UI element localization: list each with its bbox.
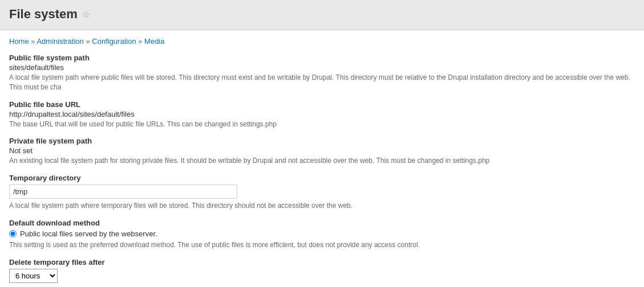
breadcrumb-home[interactable]: Home (9, 37, 29, 46)
private-path-value: Not set (9, 146, 635, 155)
public-path-value: sites/default/files (9, 63, 635, 72)
breadcrumb-configuration[interactable]: Configuration (92, 37, 136, 46)
public-base-url-value: http://drupaltest.local/sites/default/fi… (9, 110, 635, 118)
private-path-label: Private file system path (9, 137, 635, 145)
temp-directory-description: A local file system path where temporary… (9, 201, 635, 211)
temp-directory-input[interactable] (9, 184, 237, 199)
private-path-description: An existing local file system path for s… (9, 156, 635, 166)
delete-temp-label: Delete temporary files after (9, 258, 635, 266)
delete-temp-select[interactable]: 1 hour 6 hours 12 hours 1 day 2 days 3 d… (9, 269, 58, 283)
temp-directory-label: Temporary directory (9, 174, 635, 182)
public-base-url-description: The base URL that will be used for publi… (9, 120, 635, 129)
breadcrumb-administration[interactable]: Administration (37, 37, 83, 46)
public-path-label: Public file system path (9, 54, 635, 62)
bookmark-icon[interactable]: ☆ (82, 9, 90, 20)
download-method-label: Default download method (9, 219, 635, 227)
download-method-radio-label: Public local files served by the webserv… (20, 229, 157, 238)
download-method-radio-row: Public local files served by the webserv… (9, 229, 635, 238)
public-base-url-label: Public file base URL (9, 100, 635, 109)
main-content: Home » Administration » Configuration » … (0, 30, 644, 287)
page-title: File system (9, 7, 78, 22)
temp-directory-section: Temporary directory A local file system … (9, 174, 635, 211)
private-path-section: Private file system path Not set An exis… (9, 137, 635, 166)
download-method-description: This setting is used as the preferred do… (9, 240, 635, 250)
breadcrumb: Home » Administration » Configuration » … (9, 37, 635, 46)
delete-temp-section: Delete temporary files after 1 hour 6 ho… (9, 258, 635, 287)
public-path-description: A local file system path where public fi… (9, 73, 635, 92)
page-header: File system ☆ (0, 0, 644, 30)
public-path-section: Public file system path sites/default/fi… (9, 54, 635, 92)
public-base-url-section: Public file base URL http://drupaltest.l… (9, 100, 635, 129)
download-method-radio[interactable] (9, 230, 17, 237)
delete-temp-select-row: 1 hour 6 hours 12 hours 1 day 2 days 3 d… (9, 269, 635, 283)
breadcrumb-media[interactable]: Media (144, 37, 164, 46)
download-method-section: Default download method Public local fil… (9, 219, 635, 250)
